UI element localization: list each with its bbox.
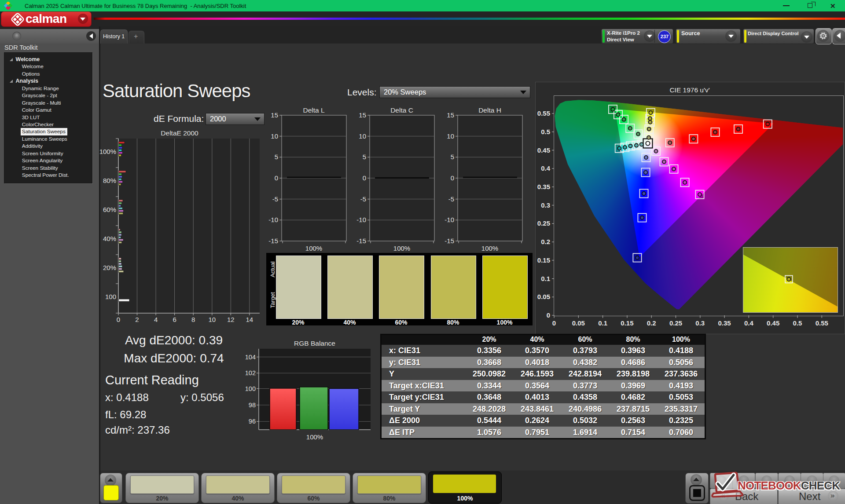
svg-text:Delta C: Delta C [390, 106, 413, 114]
svg-text:60%: 60% [103, 206, 116, 213]
svg-text:10: 10 [447, 132, 454, 140]
svg-text:0.45: 0.45 [767, 319, 779, 327]
svg-text:0.55: 0.55 [537, 110, 550, 117]
svg-text:0.4: 0.4 [541, 164, 551, 172]
svg-text:5: 5 [363, 153, 366, 161]
svg-text:2: 2 [135, 316, 139, 323]
svg-text:40%: 40% [103, 235, 116, 242]
svg-text:100%: 100% [393, 245, 410, 252]
svg-text:0: 0 [451, 174, 454, 182]
svg-text:0.1: 0.1 [598, 319, 607, 327]
svg-text:0.1: 0.1 [541, 275, 550, 282]
svg-text:0.3: 0.3 [695, 319, 705, 327]
svg-text:0.15: 0.15 [621, 319, 633, 327]
svg-text:96: 96 [249, 418, 256, 425]
svg-text:10: 10 [271, 132, 278, 140]
svg-text:-10: -10 [445, 216, 454, 223]
svg-text:100%: 100% [306, 433, 323, 441]
svg-text:4: 4 [154, 316, 158, 323]
svg-text:100: 100 [105, 293, 116, 300]
svg-text:RGB Balance: RGB Balance [294, 340, 335, 347]
svg-text:0: 0 [547, 311, 550, 319]
svg-text:100: 100 [245, 385, 256, 392]
svg-text:0.5: 0.5 [793, 319, 802, 327]
svg-text:15: 15 [359, 111, 366, 119]
svg-text:0.3: 0.3 [541, 201, 550, 209]
svg-text:0.45: 0.45 [537, 146, 550, 154]
svg-text:20%: 20% [103, 264, 116, 271]
svg-text:12: 12 [227, 316, 235, 323]
svg-text:DeltaE 2000: DeltaE 2000 [161, 129, 198, 137]
svg-text:-5: -5 [272, 195, 278, 203]
svg-text:5: 5 [275, 153, 278, 161]
svg-text:Delta L: Delta L [303, 106, 324, 114]
svg-text:14: 14 [246, 316, 253, 323]
svg-text:15: 15 [271, 111, 278, 119]
svg-text:-10: -10 [268, 216, 278, 223]
svg-text:0.05: 0.05 [572, 319, 585, 327]
svg-text:0.4: 0.4 [744, 319, 754, 327]
svg-text:0: 0 [117, 316, 120, 323]
svg-text:-15: -15 [445, 237, 454, 245]
svg-text:102: 102 [245, 369, 256, 376]
svg-text:80%: 80% [103, 177, 116, 184]
svg-text:10: 10 [208, 316, 216, 323]
svg-text:0.35: 0.35 [537, 183, 550, 190]
svg-text:98: 98 [249, 402, 256, 409]
svg-text:0.15: 0.15 [537, 256, 550, 264]
svg-text:6: 6 [173, 316, 176, 323]
svg-text:0.25: 0.25 [537, 219, 550, 227]
svg-text:-15: -15 [268, 237, 278, 245]
svg-text:0: 0 [552, 319, 556, 327]
svg-text:0: 0 [275, 174, 278, 182]
svg-text:100%: 100% [481, 245, 498, 252]
svg-text:-5: -5 [448, 195, 454, 203]
svg-text:0.05: 0.05 [537, 293, 550, 300]
svg-text:5: 5 [451, 153, 454, 161]
svg-text:0: 0 [363, 174, 366, 182]
svg-text:8: 8 [191, 316, 195, 323]
svg-text:100%: 100% [305, 245, 322, 252]
svg-text:-5: -5 [360, 195, 366, 203]
svg-text:0.35: 0.35 [718, 319, 731, 327]
svg-text:0.25: 0.25 [669, 319, 682, 327]
svg-text:10: 10 [359, 132, 366, 140]
svg-text:15: 15 [447, 111, 454, 119]
svg-text:-15: -15 [356, 237, 366, 245]
svg-text:Delta H: Delta H [478, 106, 501, 114]
svg-text:0.55: 0.55 [816, 319, 828, 327]
svg-text:0.2: 0.2 [647, 319, 656, 327]
svg-text:-10: -10 [356, 216, 366, 223]
svg-text:100%: 100% [99, 148, 116, 155]
svg-text:0.2: 0.2 [541, 238, 550, 245]
svg-text:0.5: 0.5 [541, 128, 550, 135]
svg-text:104: 104 [245, 354, 256, 361]
